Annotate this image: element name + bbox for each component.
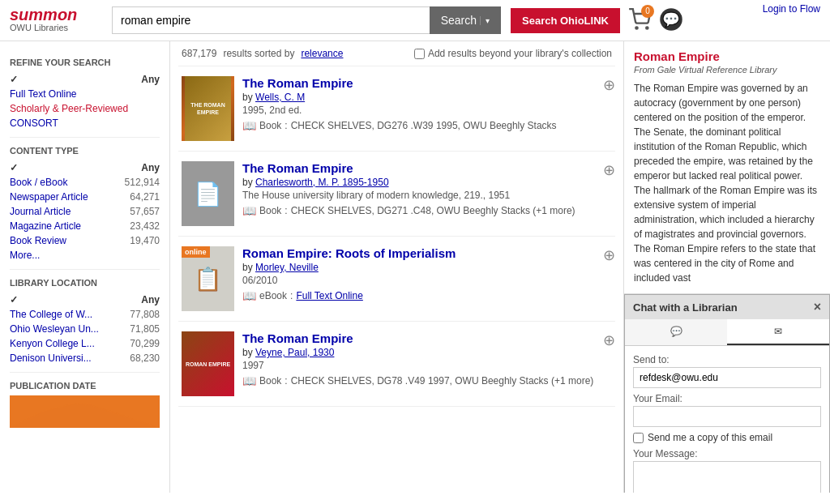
main-layout: REFINE YOUR SEARCH Any Full Text Online … — [0, 41, 830, 493]
sidebar-divider-2 — [10, 269, 160, 270]
pub-date-chart — [10, 395, 160, 428]
result-loc-link-3[interactable]: Full Text Online — [296, 290, 362, 301]
result-author-2: by Charlesworth, M. P. 1895-1950 — [242, 177, 612, 188]
search-input[interactable] — [112, 6, 430, 34]
results-count: 687,179 — [182, 48, 216, 59]
result-year-3: 06/2010 — [242, 275, 612, 286]
result-item-3: online 📋 Roman Empire: Roots of Imperial… — [178, 237, 615, 322]
sidebar-any-filter[interactable]: Any — [10, 72, 160, 87]
sidebar-denison[interactable]: Denison Universi... 68,230 — [10, 351, 160, 365]
cart-icon[interactable]: 0 — [628, 8, 651, 33]
result-title-1[interactable]: The Roman Empire — [242, 76, 353, 90]
result-thumb-1: THE ROMAN EMPIRE — [182, 76, 234, 141]
chat-tab-email-icon: ✉ — [774, 326, 782, 337]
cite-button-4[interactable]: ⊕ — [603, 331, 615, 349]
library-location-header: LIBRARY LOCATION — [10, 278, 160, 288]
thumb-text-4: ROMAN EMPIRE — [183, 359, 233, 369]
result-year-4: 1997 — [242, 360, 612, 371]
sidebar: REFINE YOUR SEARCH Any Full Text Online … — [0, 41, 170, 493]
result-thumb-4: ROMAN EMPIRE — [182, 331, 234, 396]
sidebar-more[interactable]: More... — [10, 248, 160, 263]
fulltext-label: Full Text Online — [10, 88, 76, 100]
result-location-3: 📖 eBook: Full Text Online — [242, 289, 612, 302]
result-type-4: Book — [259, 375, 281, 387]
your-message-input[interactable] — [633, 461, 821, 493]
sidebar-ohio-wesleyan[interactable]: Ohio Wesleyan Un... 71,805 — [10, 322, 160, 336]
sidebar-book-ebook[interactable]: Book / eBook 512,914 — [10, 175, 160, 190]
chat-close-button[interactable]: × — [814, 300, 821, 314]
search-button[interactable]: Search ▾ — [430, 6, 501, 34]
ohiolink-button[interactable]: Search OhioLINK — [511, 8, 620, 33]
right-panel: Roman Empire From Gale Virtual Reference… — [623, 41, 830, 493]
journal-count: 57,657 — [130, 206, 160, 217]
send-to-input[interactable] — [633, 367, 821, 388]
sidebar-location-any[interactable]: Any — [10, 293, 160, 307]
result-type-3: eBook — [259, 290, 287, 301]
sidebar-magazine[interactable]: Magazine Article 23,432 — [10, 219, 160, 233]
cite-button-2[interactable]: ⊕ — [603, 161, 615, 179]
knowledge-text: The Roman Empire was governed by an auto… — [634, 81, 820, 285]
logo: summon OWU Libraries — [10, 6, 99, 33]
location-any-label: Any — [141, 294, 160, 305]
chat-panel: Chat with a Librarian × 💬 ✉ Send to: You… — [624, 294, 830, 493]
book-icon-2: 📖 — [242, 204, 256, 217]
result-content-1: The Roman Empire by Wells, C. M 1995, 2n… — [242, 76, 612, 141]
result-type-2: Book — [259, 205, 281, 216]
result-loc-text-4: CHECK SHELVES, DG78 .V49 1997, OWU Beegh… — [291, 375, 594, 387]
login-link[interactable]: Login to Flow — [763, 3, 820, 15]
result-content-2: The Roman Empire by Charlesworth, M. P. … — [242, 161, 612, 226]
results-header: 687,179 results sorted by relevance Add … — [178, 41, 615, 66]
content-type-header: CONTENT TYPE — [10, 146, 160, 156]
result-author-link-2[interactable]: Charlesworth, M. P. 1895-1950 — [255, 177, 389, 188]
sidebar-book-review[interactable]: Book Review 19,470 — [10, 233, 160, 248]
result-author-link-3[interactable]: Morley, Neville — [255, 262, 319, 273]
result-title-3[interactable]: Roman Empire: Roots of Imperialism — [242, 246, 456, 260]
your-email-input[interactable] — [633, 406, 821, 427]
chat-tab-email[interactable]: ✉ — [727, 319, 829, 345]
sidebar-scholarly-filter[interactable]: Scholarly & Peer-Reviewed — [10, 101, 160, 116]
sidebar-kenyon[interactable]: Kenyon College L... 70,299 — [10, 336, 160, 351]
sidebar-college-w[interactable]: The College of W... 77,808 — [10, 307, 160, 322]
chat-header-title: Chat with a Librarian — [633, 301, 738, 314]
magazine-count: 23,432 — [130, 220, 160, 232]
ohio-wesleyan-label: Ohio Wesleyan Un... — [10, 323, 99, 335]
sidebar-divider-1 — [10, 137, 160, 138]
beyond-collection-checkbox[interactable] — [414, 49, 425, 59]
sidebar-journal[interactable]: Journal Article 57,657 — [10, 204, 160, 219]
result-author-link-4[interactable]: Veyne, Paul, 1930 — [255, 347, 334, 358]
result-item-1: THE ROMAN EMPIRE The Roman Empire by Wel… — [178, 66, 615, 152]
book-icon-3: 📖 — [242, 289, 256, 302]
result-title-2[interactable]: The Roman Empire — [242, 161, 353, 175]
chat-toggle-icon[interactable]: 💬 — [659, 7, 683, 34]
thumb-text-1: THE ROMAN EMPIRE — [188, 101, 228, 116]
chat-tab-message[interactable]: 💬 — [625, 319, 727, 345]
thumb-icon-2: 📄 — [194, 181, 222, 207]
sidebar-fulltext-filter[interactable]: Full Text Online — [10, 87, 160, 101]
result-author-link-1[interactable]: Wells, C. M — [255, 92, 305, 103]
ohio-wesleyan-count: 71,805 — [130, 323, 160, 335]
result-location-2: 📖 Book: CHECK SHELVES, DG271 .C48, OWU B… — [242, 204, 612, 217]
denison-label: Denison Universi... — [10, 352, 92, 364]
copy-checkbox[interactable] — [633, 433, 644, 443]
chat-tabs: 💬 ✉ — [625, 319, 829, 346]
newspaper-label: Newspaper Article — [10, 191, 88, 203]
knowledge-source: From Gale Virtual Reference Library — [634, 65, 820, 75]
cite-button-1[interactable]: ⊕ — [603, 76, 615, 94]
result-meta-1: 1995, 2nd ed. — [242, 105, 612, 116]
book-review-label: Book Review — [10, 235, 66, 246]
sidebar-content-any[interactable]: Any — [10, 160, 160, 175]
sidebar-newspaper[interactable]: Newspaper Article 64,271 — [10, 190, 160, 204]
sidebar-consort-filter[interactable]: CONSORT — [10, 116, 160, 130]
online-badge-3: online — [182, 246, 210, 258]
result-location-1: 📖 Book: CHECK SHELVES, DG276 .W39 1995, … — [242, 119, 612, 132]
result-action-2: ⊕ — [603, 161, 615, 179]
logo-text: summon — [10, 6, 77, 23]
cite-button-3[interactable]: ⊕ — [603, 246, 615, 264]
results-sort-relevance[interactable]: relevance — [301, 48, 343, 59]
book-icon-4: 📖 — [242, 374, 256, 387]
kenyon-count: 70,299 — [130, 338, 160, 349]
result-title-4[interactable]: The Roman Empire — [242, 331, 353, 345]
journal-label: Journal Article — [10, 206, 71, 217]
search-dropdown-arrow[interactable]: ▾ — [480, 16, 490, 25]
refine-header: REFINE YOUR SEARCH — [10, 58, 160, 67]
